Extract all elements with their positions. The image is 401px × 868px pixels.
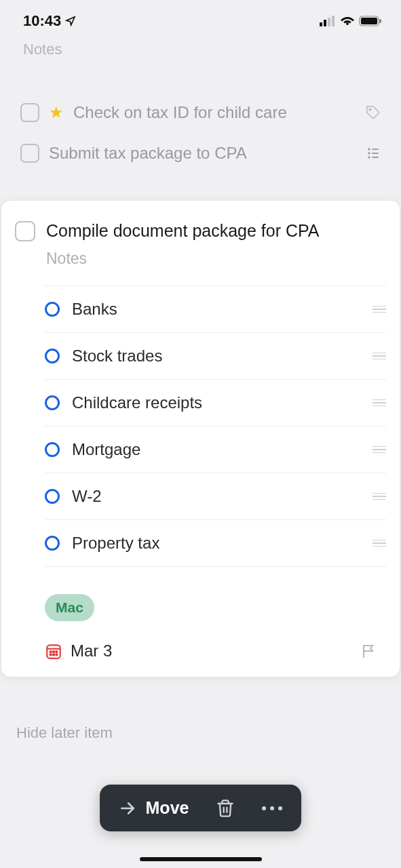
arrow-right-icon <box>119 800 136 817</box>
card-header: Compile document package for CPA <box>1 220 400 250</box>
date-row: Mar 3 <box>1 621 400 660</box>
flag-icon[interactable] <box>360 643 377 659</box>
notes-placeholder[interactable]: Notes <box>1 250 400 285</box>
more-button[interactable] <box>262 806 282 810</box>
svg-point-16 <box>50 651 52 652</box>
drag-handle-icon[interactable] <box>373 399 386 407</box>
subtask-item[interactable]: Stock trades <box>45 332 386 379</box>
svg-rect-1 <box>324 20 326 26</box>
action-bar: Move <box>100 785 302 831</box>
svg-point-8 <box>368 148 370 151</box>
drag-handle-icon[interactable] <box>373 540 386 547</box>
drag-handle-icon[interactable] <box>373 353 386 360</box>
subtask-list: Banks Stock trades Childcare receipts Mo… <box>1 285 400 567</box>
svg-point-21 <box>56 654 57 655</box>
drag-handle-icon[interactable] <box>373 493 386 500</box>
subtask-item[interactable]: Childcare receipts <box>45 379 386 426</box>
tag-pill[interactable]: Mac <box>45 594 94 621</box>
move-label: Move <box>146 798 189 818</box>
svg-point-7 <box>369 108 371 111</box>
partial-header: Notes <box>0 34 401 58</box>
subtask-checkbox[interactable] <box>45 442 60 457</box>
location-icon <box>65 16 76 26</box>
drag-handle-icon[interactable] <box>373 306 386 313</box>
wifi-icon <box>340 16 355 26</box>
status-time: 10:43 <box>23 12 61 30</box>
subtask-text: Property tax <box>72 534 360 553</box>
home-indicator[interactable] <box>140 857 262 861</box>
hide-later-link[interactable]: Hide later item <box>0 677 401 742</box>
subtask-text: W-2 <box>72 487 360 506</box>
svg-point-19 <box>50 654 52 655</box>
subtask-checkbox[interactable] <box>45 349 60 363</box>
star-icon: ★ <box>49 103 64 122</box>
checklist-icon <box>367 146 381 160</box>
subtask-checkbox[interactable] <box>45 489 60 504</box>
task-title[interactable]: Compile document package for CPA <box>46 220 320 243</box>
subtask-checkbox[interactable] <box>45 536 60 551</box>
bg-task-text: Submit tax package to CPA <box>49 144 358 163</box>
svg-rect-2 <box>328 18 330 26</box>
svg-rect-0 <box>320 22 322 26</box>
svg-rect-9 <box>372 149 379 150</box>
svg-point-17 <box>53 651 54 652</box>
svg-rect-11 <box>372 153 379 154</box>
battery-icon <box>359 16 382 26</box>
svg-rect-3 <box>332 16 335 26</box>
svg-rect-13 <box>372 157 379 158</box>
subtask-text: Banks <box>72 300 360 319</box>
date-button[interactable]: Mar 3 <box>45 642 112 660</box>
svg-rect-5 <box>361 18 377 24</box>
subtask-text: Mortgage <box>72 440 360 459</box>
svg-rect-6 <box>379 19 381 23</box>
calendar-icon <box>45 642 62 660</box>
subtask-checkbox[interactable] <box>45 395 60 410</box>
tag-row: Mac <box>1 567 400 621</box>
task-detail-card: Compile document package for CPA Notes B… <box>1 201 400 677</box>
bg-task[interactable]: Submit tax package to CPA <box>20 133 381 174</box>
task-checkbox[interactable] <box>20 144 39 163</box>
subtask-item[interactable]: Property tax <box>45 519 386 567</box>
status-bar: 10:43 <box>0 0 401 34</box>
background-tasks: ★ Check on tax ID for child care Submit … <box>0 58 401 201</box>
subtask-text: Childcare receipts <box>72 393 360 412</box>
trash-icon[interactable] <box>216 799 235 818</box>
cell-signal-icon <box>320 16 336 26</box>
move-button[interactable]: Move <box>119 798 189 818</box>
task-checkbox[interactable] <box>20 103 39 122</box>
subtask-checkbox[interactable] <box>45 302 60 317</box>
tag-icon <box>366 105 381 120</box>
status-right <box>320 16 382 26</box>
svg-point-10 <box>368 152 370 155</box>
bg-task[interactable]: ★ Check on tax ID for child care <box>20 92 381 133</box>
subtask-item[interactable]: W-2 <box>45 473 386 519</box>
drag-handle-icon[interactable] <box>373 446 386 454</box>
subtask-item[interactable]: Mortgage <box>45 426 386 473</box>
subtask-item[interactable]: Banks <box>45 285 386 332</box>
bg-task-text: Check on tax ID for child care <box>73 103 356 122</box>
date-text: Mar 3 <box>71 642 112 660</box>
status-left: 10:43 <box>23 12 76 30</box>
svg-point-12 <box>368 156 370 159</box>
svg-point-20 <box>53 654 54 655</box>
task-checkbox[interactable] <box>15 221 35 241</box>
svg-point-18 <box>56 651 57 652</box>
subtask-text: Stock trades <box>72 347 360 366</box>
